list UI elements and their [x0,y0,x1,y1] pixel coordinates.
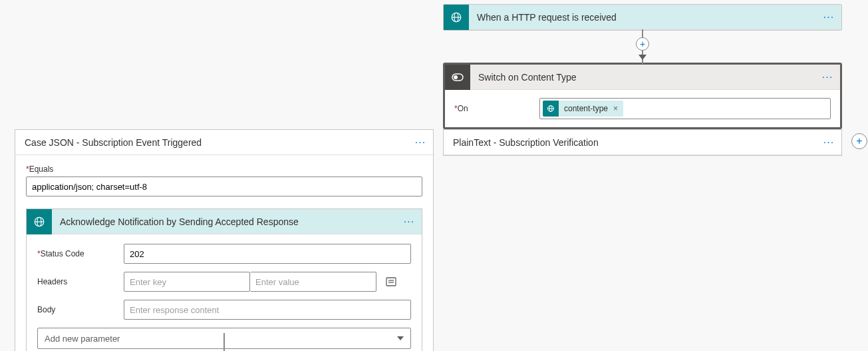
equals-input[interactable] [26,176,422,196]
equals-label: *Equals [26,165,422,174]
response-icon [27,209,52,234]
body-label: Body [37,305,124,314]
connector-line-bottom [223,333,225,351]
status-code-input[interactable] [124,244,411,264]
token-icon [543,101,559,117]
acknowledge-action-card: Acknowledge Notification by Sending Acce… [26,208,422,351]
acknowledge-menu-icon[interactable]: ··· [396,216,422,228]
trigger-header[interactable]: When a HTTP request is received ··· [444,5,841,30]
case-json-menu-icon[interactable]: ··· [408,137,433,149]
http-icon [444,5,469,30]
case-json-title: Case JSON - Subscription Event Triggered [15,137,408,148]
acknowledge-header[interactable]: Acknowledge Notification by Sending Acce… [27,209,422,234]
content-type-token[interactable]: content-type × [543,101,623,117]
switch-body: *On content-type × [445,90,840,127]
add-parameter-label: Add new parameter [45,334,120,344]
plaintext-header[interactable]: PlainText - Subscription Verification ··… [444,130,841,155]
token-text: content-type [564,104,608,113]
trigger-card[interactable]: When a HTTP request is received ··· [443,4,842,31]
token-remove-icon[interactable]: × [613,104,618,113]
svg-rect-11 [386,278,396,286]
headers-label: Headers [37,277,124,286]
add-case-button[interactable]: + [851,133,867,149]
switch-title: Switch on Content Type [470,72,815,83]
body-input[interactable] [124,300,411,320]
header-value-input[interactable] [250,272,376,292]
plaintext-title: PlainText - Subscription Verification [444,137,816,148]
case-json-body: *Equals Acknowledge Notification by Send… [15,155,433,351]
on-input[interactable]: content-type × [539,98,831,119]
status-code-label: *Status Code [37,249,124,258]
acknowledge-title: Acknowledge Notification by Sending Acce… [52,216,396,227]
plaintext-menu-icon[interactable]: ··· [816,137,841,149]
add-step-button[interactable]: + [636,37,649,51]
plaintext-card[interactable]: PlainText - Subscription Verification ··… [443,129,842,156]
connector-arrow [639,55,647,60]
switch-header[interactable]: Switch on Content Type ··· [445,65,840,90]
switch-card: Switch on Content Type ··· *On content-t… [443,63,842,129]
headers-text-mode-icon[interactable] [386,276,396,287]
svg-point-4 [454,75,458,79]
trigger-title: When a HTTP request is received [469,12,816,23]
trigger-menu-icon[interactable]: ··· [816,11,841,23]
case-json-card: Case JSON - Subscription Event Triggered… [15,129,434,351]
on-label: *On [454,104,539,113]
chevron-down-icon [397,336,404,340]
header-key-input[interactable] [124,272,250,292]
switch-menu-icon[interactable]: ··· [815,71,840,83]
switch-icon [445,65,470,90]
case-json-header[interactable]: Case JSON - Subscription Event Triggered… [15,130,433,155]
